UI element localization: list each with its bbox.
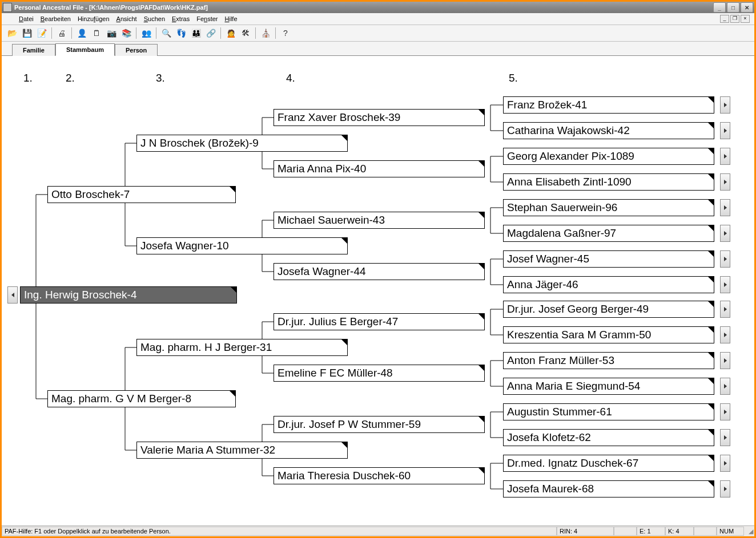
group-icon[interactable]: 👪 xyxy=(189,26,203,40)
note-marker-icon xyxy=(341,339,347,345)
sources-icon[interactable]: 📚 xyxy=(119,26,133,40)
person-name: Otto Broschek-7 xyxy=(51,188,130,201)
mdi-restore-button[interactable]: ❐ xyxy=(730,15,739,23)
expand-button[interactable] xyxy=(720,429,730,446)
person-name: Josefa Wagner-44 xyxy=(278,265,366,278)
expand-button[interactable] xyxy=(720,301,730,318)
person-father[interactable]: Otto Broschek-7 xyxy=(47,186,236,203)
person-g5-14[interactable]: Dr.med. Ignatz Duschek-67 xyxy=(503,455,714,472)
menu-hinzufuegen[interactable]: Hinzufügen xyxy=(74,14,113,23)
expand-button[interactable] xyxy=(720,455,730,472)
menu-suchen[interactable]: Suchen xyxy=(140,14,168,23)
person-mmgf[interactable]: Dr.jur. Josef P W Stummer-59 xyxy=(274,416,485,433)
separator xyxy=(51,27,52,39)
person-g5-0[interactable]: Franz Brožek-41 xyxy=(503,96,714,114)
note-marker-icon xyxy=(230,391,235,397)
person-mgm[interactable]: Valerie Maria A Stummer-32 xyxy=(136,442,348,459)
expand-button[interactable] xyxy=(720,250,730,268)
person-g5-11[interactable]: Anna Maria E Siegmund-54 xyxy=(503,378,714,395)
person-icon[interactable]: 👤 xyxy=(75,26,89,40)
maximize-button[interactable]: □ xyxy=(727,2,739,13)
expand-button[interactable] xyxy=(720,96,730,114)
note-marker-icon xyxy=(708,174,714,180)
notes-icon[interactable]: 🗒 xyxy=(90,26,103,40)
save-icon[interactable]: 💾 xyxy=(20,26,34,40)
person-pmgm[interactable]: Josefa Wagner-44 xyxy=(274,263,485,280)
mdi-close-button[interactable]: × xyxy=(741,15,750,23)
tab-familie[interactable]: Familie xyxy=(12,44,55,56)
expand-button[interactable] xyxy=(720,326,730,343)
close-button[interactable]: ✕ xyxy=(741,2,753,13)
expand-button[interactable] xyxy=(720,403,730,420)
person-g5-1[interactable]: Catharina Wajakowski-42 xyxy=(503,122,714,139)
person-mpgf[interactable]: Dr.jur. Julius E Berger-47 xyxy=(274,313,485,330)
expand-button[interactable] xyxy=(720,199,730,216)
person-g5-10[interactable]: Anton Franz Müller-53 xyxy=(503,352,714,369)
menu-extras[interactable]: Extras xyxy=(168,14,193,23)
person-pmgf[interactable]: Michael Sauerwein-43 xyxy=(274,212,485,229)
person-mother[interactable]: Mag. pharm. G V M Berger-8 xyxy=(47,390,236,407)
column-header-1: 1. xyxy=(23,72,33,84)
person-g5-15[interactable]: Josefa Maurek-68 xyxy=(503,480,714,497)
person-g5-7[interactable]: Anna Jäger-46 xyxy=(503,276,714,293)
person-mgf[interactable]: Mag. pharm. H J Berger-31 xyxy=(136,339,348,356)
media-icon[interactable]: 📷 xyxy=(104,26,118,40)
person-name: Kreszentia Sara M Gramm-50 xyxy=(507,329,651,341)
user-icon[interactable]: 🙍 xyxy=(224,26,238,40)
expand-button[interactable] xyxy=(720,352,730,369)
menu-hilfe[interactable]: Hilfe xyxy=(222,14,241,23)
tools-icon[interactable]: 🛠 xyxy=(239,26,252,40)
person-pgf[interactable]: J N Broschek (Brožek)-9 xyxy=(136,135,348,152)
relationship-icon[interactable]: 🔗 xyxy=(204,26,218,40)
edit-icon[interactable]: 📝 xyxy=(35,26,49,40)
person-g5-6[interactable]: Josef Wagner-45 xyxy=(503,250,714,268)
open-icon[interactable]: 📂 xyxy=(5,26,19,40)
person-name: Anton Franz Müller-53 xyxy=(507,354,614,367)
print-icon[interactable]: 🖨 xyxy=(55,26,69,40)
expand-button[interactable] xyxy=(720,276,730,293)
search-icon[interactable]: 🔍 xyxy=(159,26,173,40)
temple-icon[interactable]: ⛪ xyxy=(259,26,272,40)
person-g5-12[interactable]: Augustin Stummer-61 xyxy=(503,403,714,420)
person-root[interactable]: Ing. Herwig Broschek-4 xyxy=(20,286,237,304)
mdi-minimize-button[interactable]: _ xyxy=(720,15,729,23)
people-icon[interactable]: 👥 xyxy=(139,26,153,40)
menu-ansicht[interactable]: Ansicht xyxy=(113,14,140,23)
person-g5-8[interactable]: Dr.jur. Josef Georg Berger-49 xyxy=(503,301,714,318)
menu-bearbeiten[interactable]: Bearbeiten xyxy=(37,14,74,23)
person-name: Michael Sauerwein-43 xyxy=(278,214,385,226)
person-name: Dr.med. Ignatz Duschek-67 xyxy=(507,457,638,470)
menu-datei[interactable]: Datei xyxy=(15,14,37,23)
tab-person[interactable]: Person xyxy=(115,44,158,56)
person-mmgm[interactable]: Maria Theresia Duschek-60 xyxy=(274,467,485,484)
expand-button[interactable] xyxy=(720,480,730,497)
doc-icon xyxy=(4,15,12,23)
navigate-back-button[interactable] xyxy=(7,286,18,304)
expand-button[interactable] xyxy=(720,225,730,242)
help-icon[interactable]: ? xyxy=(279,26,292,40)
person-ppgf[interactable]: Franz Xaver Broschek-39 xyxy=(274,109,485,126)
tab-stammbaum[interactable]: Stammbaum xyxy=(55,43,115,56)
person-g5-13[interactable]: Josefa Klofetz-62 xyxy=(503,429,714,446)
person-name: Josef Wagner-45 xyxy=(507,253,589,265)
expand-button[interactable] xyxy=(720,122,730,139)
note-marker-icon xyxy=(341,442,347,448)
find-person-icon[interactable]: 👣 xyxy=(174,26,188,40)
person-g5-2[interactable]: Georg Alexander Pix-1089 xyxy=(503,148,714,165)
person-ppgm[interactable]: Maria Anna Pix-40 xyxy=(274,160,485,177)
expand-button[interactable] xyxy=(720,148,730,165)
person-g5-5[interactable]: Magdalena Gaßner-97 xyxy=(503,225,714,242)
person-name: Josefa Maurek-68 xyxy=(507,483,594,495)
person-mpgm[interactable]: Emeline F EC Müller-48 xyxy=(274,365,485,382)
minimize-button[interactable]: _ xyxy=(713,2,726,13)
expand-button[interactable] xyxy=(720,173,730,191)
person-name: Catharina Wajakowski-42 xyxy=(507,124,630,137)
person-g5-9[interactable]: Kreszentia Sara M Gramm-50 xyxy=(503,326,714,343)
menu-fenster[interactable]: Fenster xyxy=(193,14,221,23)
resize-grip-icon[interactable]: ◢ xyxy=(744,528,754,535)
person-name: Dr.jur. Josef Georg Berger-49 xyxy=(507,303,649,315)
person-pgm[interactable]: Josefa Wagner-10 xyxy=(136,237,348,254)
person-g5-4[interactable]: Stephan Sauerwein-96 xyxy=(503,199,714,216)
expand-button[interactable] xyxy=(720,378,730,395)
person-g5-3[interactable]: Anna Elisabeth Zintl-1090 xyxy=(503,173,714,191)
